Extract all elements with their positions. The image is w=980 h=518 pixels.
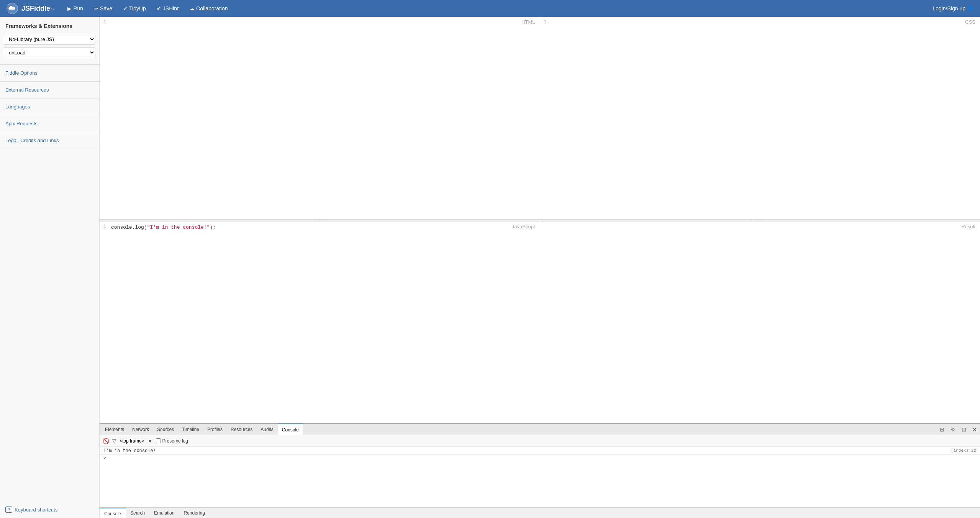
devtools-tab-console[interactable]: Console xyxy=(278,423,303,435)
devtools-tab-resources[interactable]: Resources xyxy=(227,424,257,435)
logo-area: JSFiddle α xyxy=(6,2,54,15)
devtools-tabs: Elements Network Sources Timeline Profil… xyxy=(100,424,980,435)
nav-buttons: ▶Run✏Save✔TidyUp✔JSHint☁Collaboration xyxy=(63,3,932,14)
nav-btn-save[interactable]: ✏Save xyxy=(89,3,117,14)
sidebar-item-fiddle-options[interactable]: Fiddle Options xyxy=(0,65,99,82)
user-icon: 👤 xyxy=(967,5,974,11)
css-line-number: 1 xyxy=(544,19,547,25)
devtools: Elements Network Sources Timeline Profil… xyxy=(100,423,980,507)
bottom-tab-console[interactable]: Console xyxy=(100,508,126,518)
devtools-console: I'm in the console! (index):22 > xyxy=(100,447,980,507)
devtools-tab-network[interactable]: Network xyxy=(128,424,153,435)
html-line-number: 1 xyxy=(103,19,106,25)
login-button[interactable]: Login/Sign up 👤 xyxy=(932,5,974,11)
css-editor[interactable] xyxy=(540,17,980,219)
sidebar-item-ajax-requests[interactable]: Ajax Requests xyxy=(0,115,99,132)
logo-icon xyxy=(6,2,18,15)
split-icon[interactable]: ⊡ xyxy=(960,426,968,433)
keyboard-shortcuts-label: Keyboard shortcuts xyxy=(15,507,57,513)
devtools-toolbar: ⊞ ⚙ ⊡ ✕ xyxy=(938,426,978,433)
sidebar-item-languages[interactable]: Languages xyxy=(0,98,99,115)
login-label: Login/Sign up xyxy=(932,5,965,11)
no-entry-icon[interactable]: 🚫 xyxy=(103,438,109,444)
js-code-end: ); xyxy=(210,225,216,230)
devtools-tab-elements[interactable]: Elements xyxy=(101,424,128,435)
execute-script-icon[interactable]: ⊞ xyxy=(938,426,946,433)
bottom-tab-emulation[interactable]: Emulation xyxy=(149,508,179,518)
jshint-icon: ✔ xyxy=(157,6,161,11)
tidy-label: TidyUp xyxy=(129,5,146,11)
keyboard-shortcuts-badge: ? xyxy=(5,507,12,513)
bottom-tab-search[interactable]: Search xyxy=(126,508,149,518)
frame-label: <top frame> xyxy=(120,438,144,444)
html-editor[interactable] xyxy=(100,17,540,219)
prompt-arrow-icon: > xyxy=(103,456,106,461)
logo-text: JSFiddle xyxy=(21,5,50,13)
logo-sub: α xyxy=(51,6,54,11)
framework-select[interactable]: No-Library (pure JS)jQueryPrototypeMooTo… xyxy=(4,34,95,45)
preserve-log-text: Preserve log xyxy=(162,438,188,444)
left-panels: 1 HTML · · · · · 1 JavaScript console.lo… xyxy=(100,17,540,423)
collab-label: Collaboration xyxy=(196,5,228,11)
nav-btn-jshint[interactable]: ✔JSHint xyxy=(152,3,183,14)
panels-top: 1 HTML · · · · · 1 JavaScript console.lo… xyxy=(100,17,980,423)
main-container: Frameworks & Extensions No-Library (pure… xyxy=(0,17,980,518)
bottom-tab-rendering[interactable]: Rendering xyxy=(179,508,209,518)
save-label: Save xyxy=(100,5,112,11)
preserve-log-label[interactable]: Preserve log xyxy=(156,438,188,444)
run-icon: ▶ xyxy=(67,6,71,11)
devtools-bar: 🚫 ▽ <top frame> ▼ Preserve log xyxy=(100,435,980,447)
settings-icon[interactable]: ⚙ xyxy=(949,426,957,433)
sidebar-item-external-resources[interactable]: External Resources xyxy=(0,82,99,98)
keyboard-shortcuts[interactable]: ? Keyboard shortcuts xyxy=(0,501,99,518)
framework-select-group: No-Library (pure JS)jQueryPrototypeMooTo… xyxy=(0,34,99,64)
sidebar-item-legal-credits[interactable]: Legal, Credits and Links xyxy=(0,132,99,149)
run-label: Run xyxy=(73,5,83,11)
console-line: I'm in the console! (index):22 xyxy=(100,448,980,455)
devtools-tab-sources[interactable]: Sources xyxy=(153,424,178,435)
close-devtools-icon[interactable]: ✕ xyxy=(971,426,978,433)
js-line-number: 1 xyxy=(103,224,106,229)
sidebar-title: Frameworks & Extensions xyxy=(0,17,99,34)
nav-btn-run[interactable]: ▶Run xyxy=(63,3,88,14)
frame-dropdown-icon[interactable]: ▼ xyxy=(147,438,153,444)
editor-area: 1 HTML · · · · · 1 JavaScript console.lo… xyxy=(100,17,980,518)
js-panel: 1 JavaScript console.log("I'm in the con… xyxy=(100,221,540,423)
css-panel: 1 CSS xyxy=(540,17,980,219)
js-code-func: console.log( xyxy=(111,225,147,230)
right-panels: 1 CSS · · · · · Result xyxy=(540,17,980,423)
bottom-tabs: Console Search Emulation Rendering xyxy=(100,507,980,518)
result-area xyxy=(540,221,980,423)
console-prompt[interactable]: > xyxy=(100,455,980,462)
js-editor[interactable]: console.log("I'm in the console!"); xyxy=(100,221,540,423)
html-panel: 1 HTML xyxy=(100,17,540,219)
result-panel: Result xyxy=(540,221,980,423)
tidy-icon: ✔ xyxy=(123,6,127,11)
save-icon: ✏ xyxy=(94,6,98,11)
sidebar: Frameworks & Extensions No-Library (pure… xyxy=(0,17,100,518)
console-message: I'm in the console! xyxy=(103,448,156,454)
console-source: (index):22 xyxy=(951,448,976,454)
nav-btn-tidy[interactable]: ✔TidyUp xyxy=(118,3,151,14)
header: JSFiddle α ▶Run✏Save✔TidyUp✔JSHint☁Colla… xyxy=(0,0,980,17)
js-code-string: "I'm in the console!" xyxy=(147,225,210,230)
devtools-tab-profiles[interactable]: Profiles xyxy=(203,424,227,435)
load-select[interactable]: onLoadonDomReadyNo wrap - in <head>No wr… xyxy=(4,47,95,58)
jshint-label: JSHint xyxy=(163,5,179,11)
devtools-tab-timeline[interactable]: Timeline xyxy=(178,424,203,435)
filter-icon[interactable]: ▽ xyxy=(112,438,116,444)
preserve-log-checkbox[interactable] xyxy=(156,438,161,443)
devtools-tab-audits[interactable]: Audits xyxy=(257,424,277,435)
nav-btn-collab[interactable]: ☁Collaboration xyxy=(185,3,233,14)
collab-icon: ☁ xyxy=(189,6,194,11)
